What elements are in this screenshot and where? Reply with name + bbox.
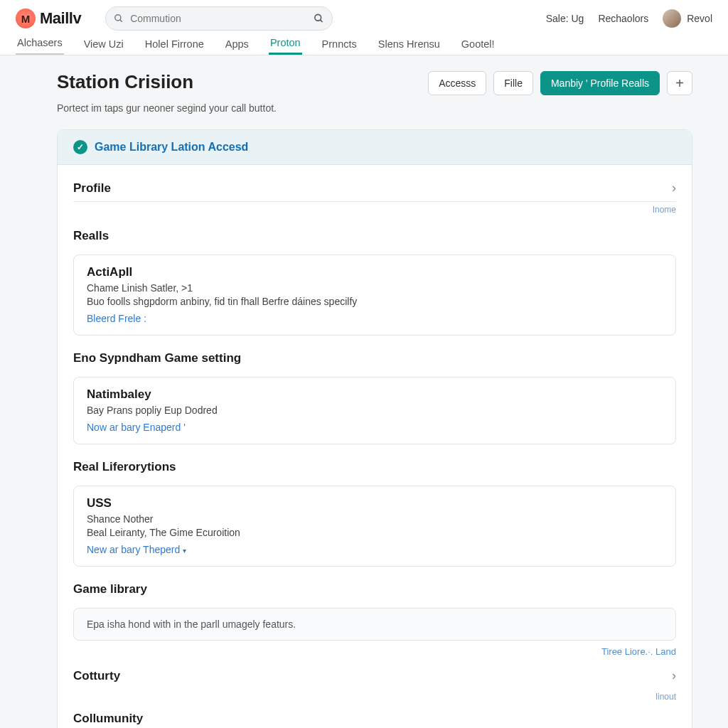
real-lif-title: Real Liferorytions	[73, 444, 676, 481]
topbar: M Maillv Sale: Ug Rechaolors Revol	[0, 0, 728, 31]
reails-card: ActiApIl Chame Linish Satler, >1 Buo foo…	[73, 255, 676, 336]
game-library-title: Game library	[73, 567, 676, 604]
top-link-rech[interactable]: Rechaolors	[598, 13, 648, 24]
game-setting-link[interactable]: Now ar bary Enaperd '	[87, 422, 186, 433]
real-lif-line1: Shance Nother	[87, 513, 663, 525]
search-submit-icon[interactable]	[314, 14, 324, 24]
game-setting-line1: Bay Prans popliy Eup Dodred	[87, 405, 663, 416]
real-lif-link[interactable]: New ar bary Theperd ▾	[87, 544, 186, 555]
top-link-sale[interactable]: Sale: Ug	[546, 13, 584, 24]
logo-glyph: M	[21, 13, 31, 25]
tab-apps[interactable]: Apps	[224, 33, 250, 55]
nav-tabs: Alchasers View Uzi Holel Firrone Apps Pr…	[0, 31, 728, 55]
search-icon	[114, 14, 124, 23]
game-setting-card: Natimbaley Bay Prans popliy Eup Dodred N…	[73, 377, 676, 444]
svg-line-1	[120, 20, 122, 22]
logo-mark: M	[16, 9, 36, 28]
access-button[interactable]: Accesss	[428, 71, 486, 95]
chevron-right-icon: ›	[672, 181, 676, 196]
reails-card-heading: ActiApIl	[87, 265, 663, 279]
check-icon: ✓	[73, 140, 87, 154]
status-banner: ✓ Game Library Lation Accesd	[58, 130, 692, 165]
page-subtitle: Portect im taps gur neoner segind your c…	[57, 102, 692, 114]
user-name: Revol	[687, 13, 712, 24]
banner-text: Game Library Lation Accesd	[95, 141, 248, 154]
search-input[interactable]	[105, 6, 333, 31]
svg-point-2	[315, 14, 321, 21]
reails-card-line1: Chame Linish Satler, >1	[87, 282, 663, 294]
chevron-down-icon: ▾	[183, 547, 186, 555]
real-lif-heading: USS	[87, 496, 663, 510]
logo-text: Maillv	[40, 9, 81, 28]
cotturty-side-label[interactable]: linout	[73, 692, 676, 702]
real-lif-card: USS Shance Nother Beal Leiranty, The Gim…	[73, 486, 676, 567]
primary-action-button[interactable]: Manbiy ' Profile Realls	[540, 71, 660, 95]
game-library-link[interactable]: Tiree Liore.·. Land	[73, 646, 676, 657]
game-setting-heading: Natimbaley	[87, 387, 663, 402]
page-actions: Accesss Fille Manbiy ' Profile Realls +	[428, 71, 692, 95]
svg-point-0	[115, 15, 121, 21]
tab-view-uzi[interactable]: View Uzi	[82, 33, 125, 55]
profile-section-row[interactable]: Profile ›	[73, 173, 676, 202]
real-lif-link-text: New ar bary Theperd	[87, 544, 180, 555]
tab-prnncts[interactable]: Prnncts	[321, 33, 358, 55]
page-body: Station Crisiion Accesss Fille Manbiy ' …	[0, 55, 728, 728]
chevron-right-icon: ›	[672, 668, 676, 683]
tab-proton[interactable]: Proton	[269, 32, 302, 55]
tab-alchasers[interactable]: Alchasers	[16, 32, 64, 55]
panel-inner: Profile › Inome Realls ActiApIl Chame Li…	[58, 165, 692, 728]
profile-side-label[interactable]: Inome	[73, 205, 676, 215]
game-setting-title: Eno Sypndham Game setting	[73, 336, 676, 373]
file-button[interactable]: Fille	[493, 71, 533, 95]
tab-slens-hrensu[interactable]: Slens Hrensu	[377, 33, 441, 55]
svg-line-3	[321, 20, 323, 22]
add-button[interactable]: +	[667, 71, 692, 95]
page-title: Station Crisiion	[57, 71, 193, 93]
top-links: Sale: Ug Rechaolors Revol	[546, 9, 712, 28]
real-lif-line2: Beal Leiranty, The Gime Ecuroition	[87, 527, 663, 538]
cotturty-title: Cotturty	[73, 669, 120, 683]
reails-title: Realls	[73, 219, 676, 250]
avatar	[663, 9, 681, 28]
page-header: Station Crisiion Accesss Fille Manbiy ' …	[57, 71, 692, 95]
cotturty-section-row[interactable]: Cotturty ›	[73, 657, 676, 689]
main-panel: ✓ Game Library Lation Accesd Profile › I…	[57, 129, 692, 728]
logo[interactable]: M Maillv	[16, 9, 81, 28]
user-menu[interactable]: Revol	[663, 9, 712, 28]
search-field-wrap	[105, 6, 333, 31]
tab-gootel[interactable]: Gootel!	[460, 33, 496, 55]
reails-card-line2: Buo foolls shgpdorm anbiny, fid tin fhal…	[87, 296, 663, 307]
reails-card-link[interactable]: Bleerd Frele :	[87, 313, 146, 324]
game-library-info: Epa isha hond with in the parll umagely …	[73, 608, 676, 641]
profile-title: Profile	[73, 181, 111, 196]
tab-holel-firrone[interactable]: Holel Firrone	[144, 33, 205, 55]
community-title: Collumunity	[73, 706, 676, 728]
